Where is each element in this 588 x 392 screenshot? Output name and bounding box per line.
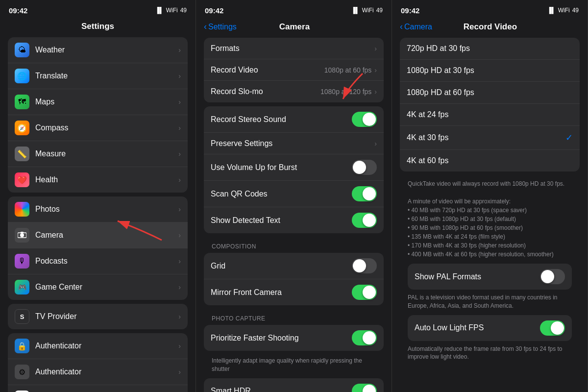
record-option-720[interactable]: 720p HD at 30 fps [400,38,580,60]
camera-item-recordvideo[interactable]: Record Video 1080p at 60 fps › [204,59,384,81]
camera-item-grid[interactable]: Grid [204,253,384,279]
wifi-icon: WiFi [166,7,178,14]
measure-label: Measure [35,149,176,158]
camera-app-icon [15,228,29,243]
time-1: 09:42 [9,6,27,15]
health-label: Health [35,175,176,184]
camera-item-smarthdr[interactable]: Smart HDR [204,378,384,392]
camera-item-stereo[interactable]: Record Stereo Sound [204,106,384,133]
stereo-toggle[interactable] [352,112,377,127]
mirror-toggle[interactable] [352,285,377,300]
camera-item-formats[interactable]: Formats › [204,38,384,59]
settings-group-media: Photos › Camera › 🎙 Podcasts › 🎮 Game Ce… [8,196,188,300]
recordvideo-label: Record Video [211,66,324,74]
health-chevron: › [178,176,181,184]
status-bar-1: 09:42 ▐▌ WiFi 49 [0,0,196,18]
maps-icon: 🗺 [15,95,29,109]
battery-icon: 49 [180,7,187,14]
settings-item-podcasts[interactable]: 🎙 Podcasts › [8,248,188,274]
volumeburst-toggle[interactable] [352,160,377,175]
record-option-4k-24[interactable]: 4K at 24 fps [400,104,580,126]
qr-toggle[interactable] [352,186,377,201]
record-option-4k-60[interactable]: 4K at 60 fps [400,150,580,172]
settings-item-weather[interactable]: 🌤 Weather › [8,37,188,63]
autolow-footer: Automatically reduce the frame rate from… [400,343,580,367]
record-option-1080-30[interactable]: 1080p HD at 30 fps [400,60,580,82]
auth2-chevron: › [178,368,181,376]
settings-item-maps[interactable]: 🗺 Maps › [8,89,188,115]
settings-item-translate[interactable]: 🌐 Translate › [8,63,188,89]
camera-item-qr[interactable]: Scan QR Codes [204,181,384,207]
recordvideo-header: ‹ Camera Record Video [392,18,588,38]
camera-item-prioritize[interactable]: Prioritize Faster Shooting [204,325,384,351]
settings-item-photos[interactable]: Photos › [8,196,188,222]
camera-item-recordslomo[interactable]: Record Slo-mo 1080p at 120 fps › [204,81,384,102]
mirror-label: Mirror Front Camera [211,288,352,297]
settings-item-health[interactable]: ❤️ Health › [8,167,188,193]
camera-item-detectedtext[interactable]: Show Detected Text [204,207,384,233]
camera-item-preserve[interactable]: Preserve Settings › [204,133,384,154]
maps-label: Maps [35,98,176,106]
composition-header: COMPOSITION [204,237,384,253]
quicktake-text: QuickTake video will always record with … [408,179,572,188]
size-item-5: 400 MB with 4K at 60 fps (higher resolut… [408,250,572,259]
settings-item-auth1[interactable]: 🔒 Authenticator › [8,333,188,359]
status-bar-3: 09:42 ▐▌ WiFi 49 [392,0,588,18]
settings-item-gamecenter[interactable]: 🎮 Game Center › [8,274,188,300]
settings-item-camera[interactable]: Camera › [8,222,188,248]
record-1080-30-label: 1080p HD at 30 fps [407,66,573,75]
settings-group-apps1: 🌤 Weather › 🌐 Translate › 🗺 Maps › 🧭 Com… [8,37,188,193]
settings-item-measure[interactable]: 📏 Measure › [8,141,188,167]
camera-group-sound: Record Stereo Sound Preserve Settings › … [204,106,384,233]
camera-group-composition: Grid Mirror Front Camera [204,253,384,305]
back-label: Settings [208,23,237,31]
recordvideo-value: 1080p at 60 fps [324,66,372,74]
prioritize-toggle[interactable] [352,330,377,345]
smarthdr-label: Smart HDR [211,387,352,392]
status-bar-2: 09:42 ▐▌ WiFi 49 [196,0,392,18]
gamecenter-chevron: › [178,283,181,291]
recordslomo-chevron: › [374,88,377,96]
record-4k-24-label: 4K at 24 fps [407,110,573,119]
record-option-4k-30[interactable]: 4K at 30 fps ✓ [400,126,580,150]
camera-back-btn[interactable]: ‹ Camera [400,22,432,32]
prioritize-footer: Intelligently adapt image quality when r… [204,355,384,378]
time-2: 09:42 [205,6,223,15]
signal-icon: ▐▌ [155,7,164,14]
auth1-label: Authenticator [35,342,176,350]
detectedtext-toggle[interactable] [352,213,377,228]
camera-item-volumeburst[interactable]: Use Volume Up for Burst [204,154,384,181]
grid-label: Grid [211,262,352,270]
pal-toggle[interactable] [540,269,565,284]
pal-group: Show PAL Formats [408,264,572,290]
back-chevron-icon-2: ‹ [400,22,403,32]
record-option-1080-60[interactable]: 1080p HD at 60 fps [400,82,580,104]
pal-item[interactable]: Show PAL Formats [408,264,572,290]
settings-back-btn[interactable]: ‹ Settings [204,22,237,32]
autolow-toggle[interactable] [540,320,565,336]
recordslomo-value: 1080p at 120 fps [320,88,371,96]
battery-icon-3: 49 [572,7,579,14]
settings-item-gmail[interactable]: M Gmail › [8,385,188,392]
recordslomo-label: Record Slo-mo [211,87,320,96]
record-1080-60-label: 1080p HD at 60 fps [407,88,573,97]
grid-toggle[interactable] [352,258,377,273]
settings-item-auth2[interactable]: ⚙ Authenticator › [8,359,188,385]
formats-chevron: › [374,45,377,52]
settings-item-tvprovider[interactable]: S TV Provider › [8,304,188,329]
autolow-item[interactable]: Auto Low Light FPS [408,315,572,341]
translate-label: Translate [35,72,176,80]
stereo-label: Record Stereo Sound [211,115,352,124]
size-item-0: 40 MB with 720p HD at 30 fps (space save… [408,206,572,215]
size-item-4: 170 MB with 4K at 30 fps (higher resolut… [408,241,572,250]
camera-item-mirror[interactable]: Mirror Front Camera [204,279,384,305]
smarthdr-toggle[interactable] [352,384,377,392]
compass-icon: 🧭 [15,121,29,135]
svg-rect-2 [21,232,24,233]
status-icons-3: ▐▌ WiFi 49 [547,7,579,14]
settings-item-compass[interactable]: 🧭 Compass › [8,115,188,141]
settings-title: Settings [0,18,196,37]
photos-label: Photos [35,205,176,214]
recordvideo-chevron: › [374,66,377,74]
auth1-icon: 🔒 [15,339,29,353]
